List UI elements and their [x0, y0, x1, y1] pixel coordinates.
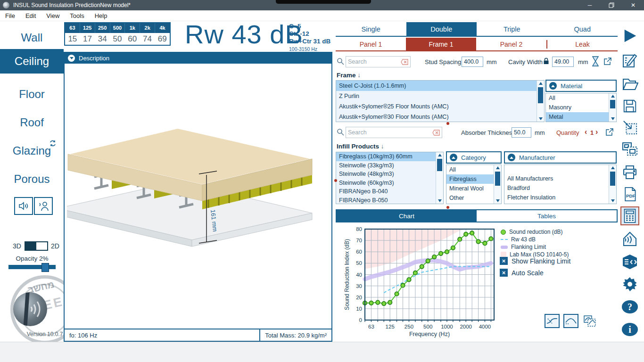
- material-header[interactable]: Material: [545, 80, 617, 92]
- tab-chart[interactable]: Chart: [337, 210, 477, 222]
- flanking-sound-button[interactable]: [620, 230, 639, 248]
- edit-notes-button[interactable]: [620, 51, 639, 70]
- list-item[interactable]: Bradford: [504, 183, 609, 193]
- tab-single[interactable]: Single: [336, 22, 406, 36]
- tab-leak[interactable]: Leak: [547, 38, 618, 50]
- export-pdf-button[interactable]: PDF: [620, 185, 639, 204]
- list-item[interactable]: FIBRANgeo B-050: [336, 196, 436, 204]
- chart-style-dotted-button[interactable]: [563, 314, 578, 328]
- list-item[interactable]: Metal: [546, 112, 609, 122]
- list-item[interactable]: Steinwolle (33kg/m3): [336, 161, 436, 170]
- auto-scale-checkbox[interactable]: ×: [500, 269, 508, 277]
- show-flanking-checkbox[interactable]: ×: [500, 257, 508, 265]
- copy-chart-button[interactable]: [582, 314, 597, 328]
- sidebar-item-ceiling[interactable]: Ceiling: [0, 49, 64, 74]
- scroll-thumb[interactable]: [538, 87, 543, 103]
- chart-style-curves-button[interactable]: [545, 314, 560, 328]
- menu-help[interactable]: Help: [90, 12, 113, 19]
- help-button[interactable]: ?: [620, 297, 639, 316]
- clear-search-icon[interactable]: [401, 59, 408, 65]
- minimize-button[interactable]: ─: [579, 0, 601, 10]
- infill-external-link-button[interactable]: [604, 127, 614, 137]
- tab-triple[interactable]: Triple: [477, 22, 547, 36]
- list-item[interactable]: All: [446, 165, 494, 174]
- ceiling-3d-model[interactable]: 161 mm: [67, 126, 332, 253]
- list-item[interactable]: All: [546, 93, 609, 103]
- scroll-down-button[interactable]: [609, 198, 616, 204]
- quantity-increase-icon[interactable]: ›: [595, 128, 598, 136]
- listen-demo-button[interactable]: [34, 197, 53, 215]
- scroll-up-button[interactable]: [609, 165, 616, 171]
- sort-descending-icon[interactable]: ↓: [357, 72, 361, 79]
- list-item[interactable]: Steinwolle (48kg/m3): [336, 170, 436, 179]
- stud-spacing-input[interactable]: [462, 57, 483, 67]
- sidebar-item-porous[interactable]: Porous: [0, 170, 64, 189]
- scrollbar[interactable]: [494, 165, 501, 204]
- list-item[interactable]: Other: [446, 193, 494, 203]
- tab-double[interactable]: Double: [406, 22, 477, 36]
- print-button[interactable]: [620, 162, 639, 181]
- absorber-thickness-input[interactable]: [512, 127, 531, 138]
- menu-file[interactable]: File: [0, 12, 20, 19]
- manufacturer-header[interactable]: Manufacturer: [504, 151, 617, 164]
- opacity-slider-handle[interactable]: [41, 263, 49, 272]
- cavity-depth-icon[interactable]: [592, 56, 599, 66]
- list-item[interactable]: FIBRANgeo B-040: [336, 187, 436, 196]
- tab-panel-1[interactable]: Panel 1: [336, 38, 406, 50]
- list-item[interactable]: Steinwolle (60kg/m3): [336, 179, 436, 188]
- calculator-tool-button[interactable]: [620, 206, 639, 225]
- scroll-thumb[interactable]: [610, 100, 615, 108]
- list-item[interactable]: Fibreglass: [446, 174, 494, 184]
- scroll-up-button[interactable]: [537, 81, 544, 86]
- description-header[interactable]: Description: [65, 53, 331, 64]
- menu-edit[interactable]: Edit: [20, 12, 41, 19]
- category-header[interactable]: Category: [446, 151, 502, 164]
- quantity-decrease-icon[interactable]: ‹: [585, 128, 587, 136]
- scroll-down-button[interactable]: [436, 198, 443, 204]
- clear-search-icon[interactable]: [432, 130, 440, 136]
- play-sound-button[interactable]: [14, 197, 33, 215]
- scroll-down-button[interactable]: [609, 116, 616, 122]
- sound-reduction-chart[interactable]: 6312525050010002000400001020304050607080…: [343, 224, 499, 339]
- scrollbar[interactable]: [609, 93, 616, 122]
- list-item[interactable]: Fletcher Insulation: [504, 193, 609, 202]
- materials-database-button[interactable]: [620, 252, 639, 271]
- list-item[interactable]: Akustik+Sylomer®30 Floor Mounts (AMC): [336, 112, 537, 122]
- cavity-width-input[interactable]: [552, 57, 574, 67]
- list-item[interactable]: Masonry: [546, 103, 609, 112]
- scrollbar[interactable]: [537, 81, 544, 122]
- sidebar-item-wall[interactable]: Wall: [0, 28, 64, 47]
- save-file-button[interactable]: [620, 97, 639, 115]
- infill-search-input[interactable]: [346, 129, 432, 136]
- menu-tools[interactable]: Tools: [65, 12, 89, 19]
- close-button[interactable]: ✕: [622, 0, 644, 10]
- sidebar-item-floor[interactable]: Floor: [0, 85, 64, 104]
- list-item[interactable]: Z Purlin: [336, 91, 537, 101]
- scroll-up-button[interactable]: [494, 165, 501, 171]
- frame-search-input[interactable]: [346, 58, 401, 65]
- view-mode-toggle[interactable]: [25, 241, 48, 251]
- tab-panel-2[interactable]: Panel 2: [476, 38, 546, 50]
- menu-view[interactable]: View: [41, 12, 65, 19]
- scroll-thumb[interactable]: [610, 172, 615, 186]
- scroll-thumb[interactable]: [437, 159, 442, 171]
- scale-model-button[interactable]: [620, 118, 639, 137]
- settings-button[interactable]: [620, 275, 639, 294]
- sort-descending-icon[interactable]: ↓: [381, 143, 384, 150]
- scrollbar[interactable]: [436, 152, 443, 204]
- tab-frame-1[interactable]: Frame 1: [406, 38, 476, 50]
- scroll-up-button[interactable]: [436, 152, 443, 158]
- info-button[interactable]: i: [620, 320, 639, 339]
- run-calculation-button[interactable]: [620, 26, 639, 45]
- list-item[interactable]: All Manufacturers: [504, 174, 609, 183]
- list-item[interactable]: Steel C-Joist (1.0-1.6mm): [336, 81, 537, 91]
- scroll-down-button[interactable]: [494, 198, 501, 204]
- frame-external-link-button[interactable]: [603, 57, 612, 66]
- sidebar-item-roof[interactable]: Roof: [0, 113, 64, 132]
- scroll-up-button[interactable]: [609, 93, 616, 99]
- scroll-thumb[interactable]: [495, 172, 500, 186]
- list-item[interactable]: Akustik+Sylomer®25 Floor Mounts (AMC): [336, 101, 537, 112]
- scroll-down-button[interactable]: [537, 116, 544, 122]
- tab-quad[interactable]: Quad: [547, 22, 618, 36]
- copy-image-button[interactable]: [620, 140, 639, 158]
